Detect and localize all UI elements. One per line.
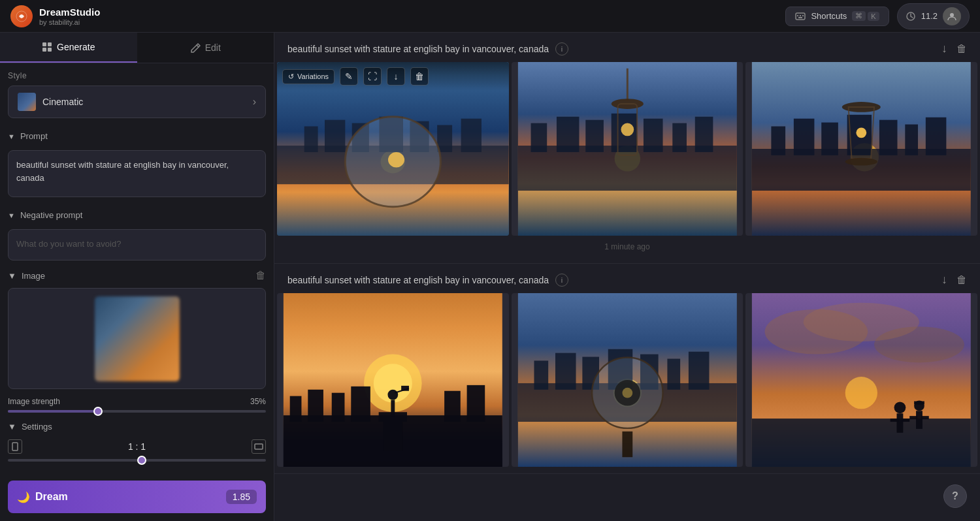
negative-prompt-textarea[interactable]: What do you want to avoid? — [8, 229, 266, 260]
generate-tab-label: Generate — [57, 42, 95, 52]
image-card-3[interactable]: ↺ Variations ✎ ⛶ ↓ 🗑 — [745, 62, 977, 236]
image-delete-button[interactable]: 🗑 — [255, 270, 266, 281]
info-icon: i — [561, 45, 563, 53]
delete-image-button-1[interactable]: 🗑 — [410, 67, 429, 86]
logo-icon — [10, 5, 33, 27]
svg-rect-24 — [461, 119, 482, 152]
image-section-header: ▼ Image 🗑 — [8, 270, 266, 281]
delete-button-5[interactable]: 🗑 — [644, 298, 662, 317]
download-button-6[interactable]: ↓ — [854, 298, 872, 317]
timestamp-text-1: 1 minute ago — [604, 242, 649, 251]
image-card-5[interactable]: ↺ Variations ✎ ⛶ ↓ 🗑 — [512, 293, 743, 467]
svg-rect-64 — [384, 418, 403, 450]
svg-rect-91 — [897, 413, 904, 433]
sidebar: Generate Edit Style — [0, 33, 274, 521]
delete-result-button-2[interactable]: 🗑 — [956, 274, 967, 286]
info-button-1[interactable]: i — [555, 42, 568, 55]
strength-thumb[interactable] — [93, 407, 103, 416]
edit-button-2[interactable]: ✎ — [573, 67, 591, 86]
shortcuts-button[interactable]: Shortcuts ⌘ K — [785, 7, 889, 26]
delete-result-button-1[interactable]: 🗑 — [956, 43, 967, 55]
download-all-button-1[interactable]: ↓ — [941, 42, 947, 55]
variations-button-3[interactable]: ↺ Variations — [751, 69, 802, 84]
keyboard-icon — [795, 11, 806, 22]
app-subtitle: by stability.ai — [39, 18, 100, 26]
svg-rect-73 — [534, 360, 548, 389]
variations-button-4[interactable]: ↺ Variations — [282, 300, 333, 315]
portrait-icon — [12, 442, 18, 451]
image-preview[interactable] — [8, 288, 266, 389]
download-all-button-2[interactable]: ↓ — [941, 273, 947, 287]
delete-button-2[interactable]: 🗑 — [644, 67, 662, 86]
delete-button-4[interactable]: 🗑 — [409, 298, 427, 317]
style-selector[interactable]: Cinematic › — [8, 86, 266, 118]
help-button[interactable]: ? — [943, 484, 967, 508]
negative-prompt-header[interactable]: ▼ Negative prompt — [8, 206, 266, 224]
style-section-label: Style — [8, 71, 266, 80]
image-card-4[interactable]: ↺ Variations ✎ ⛶ ↓ 🗑 — [277, 293, 509, 467]
aspect-icons-right — [252, 439, 266, 454]
edit-icon — [190, 42, 201, 53]
download-button-2[interactable]: ↓ — [620, 67, 638, 86]
svg-point-40 — [621, 123, 634, 136]
result-prompt-2: beautiful sunset with stature at english… — [287, 274, 568, 287]
svg-point-26 — [388, 152, 404, 168]
variations-button-2[interactable]: ↺ Variations — [517, 69, 568, 84]
image-strength-row: Image strength 35% — [8, 397, 266, 406]
image-card-2[interactable]: ↺ Variations ✎ ⛶ ↓ 🗑 — [512, 62, 743, 236]
aspect-slider-thumb[interactable] — [137, 456, 146, 465]
settings-header[interactable]: ▼ Settings — [8, 422, 266, 432]
edit-image-button-1[interactable]: ✎ — [340, 67, 358, 86]
expand-button-2[interactable]: ⛶ — [596, 67, 615, 86]
aspect-slider[interactable] — [8, 459, 266, 462]
expand-button-3[interactable]: ⛶ — [830, 67, 849, 86]
svg-rect-67 — [391, 400, 395, 417]
delete-button-3[interactable]: 🗑 — [877, 67, 896, 86]
svg-rect-11 — [48, 48, 52, 52]
svg-point-83 — [622, 388, 632, 398]
download-button-5[interactable]: ↓ — [620, 298, 638, 317]
svg-rect-74 — [555, 353, 576, 390]
delete-button-6[interactable]: 🗑 — [877, 298, 896, 317]
landscape-aspect-icon[interactable] — [252, 439, 266, 454]
expand-button-5[interactable]: ⛶ — [596, 298, 615, 317]
card-overlay-1: ↺ Variations ✎ ⛶ ↓ 🗑 — [277, 62, 509, 91]
download-button-4[interactable]: ↓ — [385, 298, 404, 317]
svg-rect-59 — [308, 390, 323, 422]
svg-rect-19 — [325, 120, 345, 152]
tab-generate[interactable]: Generate — [0, 33, 137, 63]
edit-button-4[interactable]: ✎ — [338, 298, 357, 317]
result-prompt-1: beautiful sunset with stature at english… — [287, 42, 568, 55]
edit-button-3[interactable]: ✎ — [807, 67, 825, 86]
strength-label: Image strength — [8, 397, 60, 406]
info-button-2[interactable]: i — [555, 274, 568, 287]
download-image-button-1[interactable]: ↓ — [387, 67, 405, 86]
dream-button[interactable]: 🌙 Dream 1.85 — [8, 481, 266, 513]
svg-point-88 — [845, 377, 877, 409]
edit-button-5[interactable]: ✎ — [573, 298, 591, 317]
svg-rect-31 — [557, 117, 579, 152]
expand-button-6[interactable]: ⛶ — [830, 298, 849, 317]
variations-button-6[interactable]: ↺ Variations — [751, 300, 802, 315]
image-card-6[interactable]: ↺ Variations ✎ ⛶ ↓ 🗑 — [745, 293, 977, 467]
negative-label: Negative prompt — [20, 210, 82, 220]
credits-button[interactable]: 11.2 — [897, 3, 970, 29]
expand-image-button-1[interactable]: ⛶ — [363, 67, 382, 86]
portrait-aspect-icon[interactable] — [8, 439, 22, 454]
svg-rect-50 — [926, 118, 947, 155]
image-card-1[interactable]: ↺ Variations ✎ ⛶ ↓ 🗑 — [277, 62, 509, 236]
svg-rect-30 — [531, 123, 547, 152]
prompt-header[interactable]: ▼ Prompt — [8, 127, 266, 145]
expand-button-4[interactable]: ⛶ — [362, 298, 380, 317]
image-section-toggle[interactable]: ▼ Image — [8, 271, 45, 281]
variations-button-1[interactable]: ↺ Variations — [282, 69, 335, 84]
prompt-textarea[interactable]: beautiful sunset with stature at english… — [8, 150, 266, 197]
variations-button-5[interactable]: ↺ Variations — [517, 300, 568, 315]
svg-rect-14 — [255, 444, 263, 449]
download-button-3[interactable]: ↓ — [854, 67, 872, 86]
settings-label: Settings — [22, 422, 52, 432]
edit-button-6[interactable]: ✎ — [807, 298, 825, 317]
result-prompt-text-2: beautiful sunset with stature at english… — [287, 275, 549, 285]
strength-slider[interactable] — [8, 410, 266, 413]
tab-edit[interactable]: Edit — [137, 33, 274, 63]
